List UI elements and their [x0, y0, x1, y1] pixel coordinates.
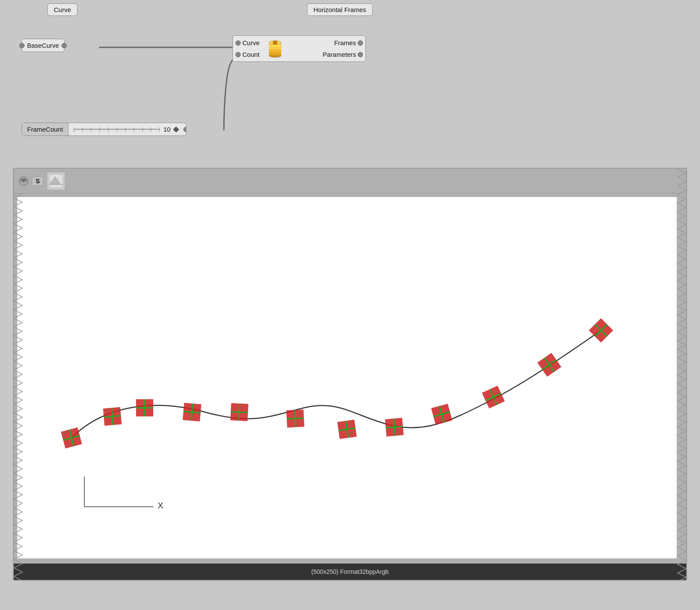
framecount-to-hframes-wire	[224, 60, 232, 130]
tick-3	[91, 127, 91, 132]
hframes-parameters-output: Parameters	[291, 51, 363, 58]
zigzag-right	[677, 169, 686, 580]
basecurve-node[interactable]: BaseCurve	[22, 39, 65, 52]
framecount-output-port	[183, 127, 186, 132]
hframes-count-input: Count	[235, 51, 260, 58]
tick-4	[99, 127, 100, 132]
hframes-component-node[interactable]: Curve Count Fram	[232, 35, 366, 62]
framecount-diamond	[173, 126, 179, 132]
tick-2	[82, 127, 83, 132]
frame-marker-11	[537, 353, 561, 377]
basecurve-right-port	[62, 43, 67, 48]
curve-visualization	[71, 330, 601, 438]
hframes-component-icon	[264, 37, 286, 60]
parameters-output-port	[358, 52, 363, 57]
zigzag-left	[14, 194, 23, 581]
frames-output-port	[358, 40, 363, 46]
svg-rect-8	[269, 45, 281, 47]
curve-label-node: Curve	[47, 3, 77, 16]
hframes-label-text: Horizontal Frames	[313, 6, 366, 13]
x-axis-label: X	[158, 501, 163, 510]
tick-7	[125, 127, 126, 132]
tick-6	[117, 127, 117, 132]
tick-8	[134, 127, 134, 132]
viewer-panel: S X	[13, 168, 687, 581]
frame-marker-2	[103, 407, 121, 425]
frame-marker-6	[286, 410, 304, 428]
basecurve-label: BaseCurve	[27, 42, 59, 49]
frame-marker-9	[431, 404, 452, 425]
svg-line-31	[239, 404, 240, 421]
framecount-slider-area[interactable]: 10	[68, 123, 183, 136]
framecount-value: 10	[163, 126, 170, 133]
frame-marker-10	[482, 385, 505, 408]
tick-1	[74, 127, 74, 132]
svg-line-34	[295, 410, 296, 427]
hframes-label-node: Horizontal Frames	[307, 3, 373, 16]
frame-marker-4	[183, 403, 201, 421]
thumbnail-icon	[48, 173, 64, 189]
svg-point-13	[23, 181, 25, 182]
frame-marker-7	[337, 419, 356, 439]
tick-10	[151, 127, 151, 132]
hframes-outputs-column: Frames Parameters	[288, 36, 365, 62]
curve-input-label: Curve	[242, 39, 260, 46]
radio-wave-icon	[20, 177, 28, 185]
viewer-canvas: X	[17, 197, 677, 558]
curve-label-text: Curve	[54, 6, 71, 13]
framecount-node[interactable]: FrameCount 10	[22, 123, 186, 136]
framecount-slider-track[interactable]	[74, 129, 160, 130]
basecurve-left-port	[19, 43, 25, 48]
viewer-radio-icon[interactable]	[19, 176, 28, 186]
count-input-port	[235, 52, 241, 57]
tick-5	[108, 127, 108, 132]
frame-marker-8	[385, 418, 403, 436]
hframes-frames-output: Frames	[291, 39, 363, 46]
viewer-thumbnail[interactable]	[47, 172, 65, 190]
svg-rect-6	[269, 47, 281, 49]
parameters-output-label: Parameters	[322, 51, 356, 58]
status-bar: (500x250) Format32bppArgb	[14, 564, 686, 580]
status-text: (500x250) Format32bppArgb	[311, 568, 389, 575]
frame-marker-5	[230, 403, 248, 421]
curve-input-port	[235, 40, 241, 46]
hframes-curve-input: Curve	[235, 39, 260, 46]
framecount-label: FrameCount	[22, 123, 68, 136]
svg-rect-4	[269, 50, 281, 52]
canvas-visualization: X	[17, 197, 677, 558]
count-input-label: Count	[242, 51, 260, 58]
frame-marker-12	[589, 318, 613, 343]
viewer-label: S	[32, 176, 43, 186]
frames-output-label: Frames	[334, 39, 356, 46]
svg-rect-2	[269, 52, 281, 55]
tick-11	[159, 127, 160, 132]
tick-9	[142, 127, 143, 132]
hframes-inputs-column: Curve Count	[233, 36, 262, 62]
stack-icon	[265, 38, 285, 59]
frame-marker-3	[136, 399, 153, 416]
svg-point-12	[273, 43, 277, 44]
viewer-header: S	[14, 169, 686, 194]
